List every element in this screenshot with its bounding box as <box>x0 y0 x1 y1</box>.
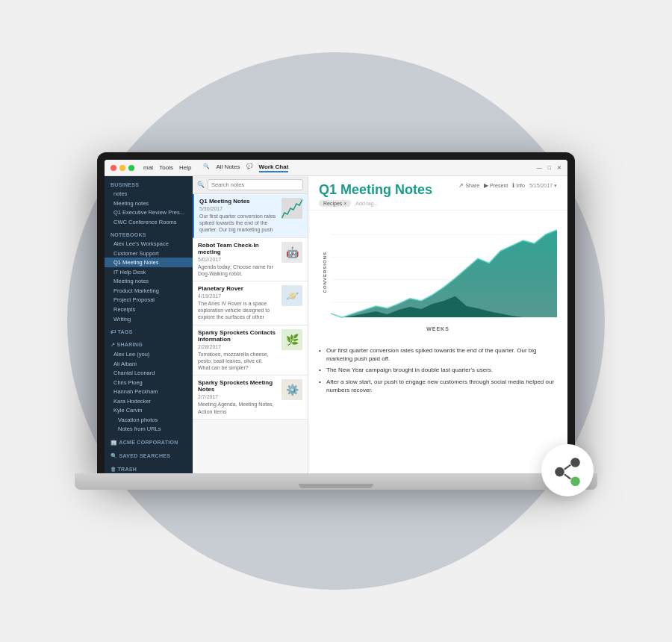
note-date-robot: 5/02/2017 <box>198 257 276 262</box>
sidebar-section-sharing: ↗ Sharing <box>105 339 193 349</box>
bullet-3: After a slow start, our push to engage n… <box>319 376 557 396</box>
note-preview-rover: The Aries IV Rover is a space exploratio… <box>198 300 276 321</box>
share-action[interactable]: ↗ Share <box>458 182 479 189</box>
note-preview-q1: Our first quarter conversion rates spike… <box>199 213 276 234</box>
chart-area: CONVERSIONS <box>319 218 557 326</box>
app-content: Business notes Meeting notes Q1 Executiv… <box>105 176 567 473</box>
sidebar-section-notebooks: Notebooks <box>105 229 193 239</box>
sidebar-section-trash: 🗑 Trash <box>105 464 193 473</box>
sidebar-item-alex-lee[interactable]: Alex Lee (you) <box>105 349 193 359</box>
sidebar-item-chris[interactable]: Chris Ploeg <box>105 378 193 387</box>
restore-icon[interactable]: □ <box>548 165 551 171</box>
chart-y-label: CONVERSIONS <box>323 252 327 293</box>
present-action[interactable]: ▶ Present <box>484 182 508 189</box>
info-icon: ℹ <box>512 182 514 189</box>
sidebar-item-meeting-notes-biz[interactable]: Meeting notes <box>105 199 193 208</box>
sidebar-item-kara[interactable]: Kara Hodecker <box>105 396 193 406</box>
note-thumb-contacts: 🌿 <box>281 329 302 350</box>
note-preview-mtg: Meeting Agenda, Meeting Notes, Action It… <box>198 401 276 414</box>
menu-help[interactable]: Help <box>179 164 191 171</box>
share-icon: ↗ <box>458 182 464 189</box>
search-bar: 🔍 <box>193 176 308 194</box>
sidebar-item-notes-urls[interactable]: Notes from URLs <box>105 424 193 434</box>
svg-point-8 <box>555 467 564 477</box>
sidebar: Business notes Meeting notes Q1 Executiv… <box>105 176 193 473</box>
menu-tools[interactable]: Tools <box>159 164 173 171</box>
maximize-button[interactable] <box>128 165 134 171</box>
note-date-display: 5/15/2017 ▾ <box>529 183 557 189</box>
sidebar-item-vacation[interactable]: Vacation photos <box>105 415 193 425</box>
chart-x-label: WEEKS <box>319 326 557 331</box>
tab-work-chat-label[interactable]: Work Chat <box>259 163 289 172</box>
close-icon[interactable]: ✕ <box>557 165 561 171</box>
svg-line-11 <box>564 474 570 479</box>
minimize-button[interactable] <box>119 165 125 171</box>
window-controls <box>111 165 134 171</box>
menu-bar: mat Tools Help <box>143 164 191 171</box>
note-title-q1: Q1 Meeting Notes <box>199 198 276 205</box>
note-meta-row: Recipes × Add tag... <box>319 200 557 207</box>
laptop-screen: mat Tools Help 🔍 All Notes 💬 Work Chat —… <box>97 152 575 473</box>
sidebar-item-cwc[interactable]: CWC Conference Rooms <box>105 217 193 227</box>
note-item-rover[interactable]: Planetary Rover 4/19/2017 The Aries IV R… <box>193 281 308 325</box>
svg-point-9 <box>570 476 580 486</box>
sidebar-item-notes[interactable]: notes <box>105 189 193 199</box>
note-item-robot[interactable]: Robot Team Check-In meeting 5/02/2017 Ag… <box>193 238 308 281</box>
sidebar-item-kyle[interactable]: Kyle Carvin <box>105 405 193 415</box>
note-item-meeting-notes[interactable]: Sparky Sprockets Meeting Notes 2/7/2017 … <box>193 375 308 419</box>
menu-mat[interactable]: mat <box>143 164 153 171</box>
search-input[interactable] <box>208 179 303 190</box>
present-icon: ▶ <box>484 182 488 189</box>
sidebar-item-hannah[interactable]: Hannah Peckham <box>105 387 193 396</box>
svg-point-7 <box>570 458 580 467</box>
note-thumb-q1 <box>281 198 302 219</box>
sidebar-section-tags: 🏷 Tags <box>105 326 193 336</box>
chart-y-label-wrapper: CONVERSIONS <box>319 218 331 326</box>
note-date-contacts: 2/28/2017 <box>198 344 276 349</box>
svg-line-10 <box>564 465 570 470</box>
search-icon: 🔍 <box>197 181 205 188</box>
note-title-robot: Robot Team Check-In meeting <box>198 242 276 255</box>
note-title-contacts: Sparky Sprockets Contacts Information <box>198 329 276 343</box>
sidebar-item-chantal[interactable]: Chantal Leonard <box>105 368 193 378</box>
bullet-1: Our first quarter conversion rates spike… <box>319 345 557 364</box>
note-thumb-rover: 🪐 <box>281 285 302 306</box>
note-editor-title: Q1 Meeting Notes <box>319 182 432 198</box>
info-action[interactable]: ℹ Info <box>512 182 525 189</box>
sidebar-item-alex-workspace[interactable]: Alex Lee's Workspace <box>105 239 193 249</box>
sidebar-item-meeting-notes[interactable]: Meeting notes <box>105 276 193 286</box>
minimize-icon[interactable]: — <box>537 165 542 171</box>
title-bar: mat Tools Help 🔍 All Notes 💬 Work Chat —… <box>105 160 567 176</box>
note-tag-recipes[interactable]: Recipes × <box>319 200 351 207</box>
note-thumb-mtg: ⚙️ <box>281 379 302 400</box>
note-date-rover: 4/19/2017 <box>198 293 276 299</box>
sidebar-item-q1-meeting-notes[interactable]: Q1 Meeting Notes <box>105 258 193 267</box>
note-preview-robot: Agenda today: Choose name for Dog-Walkin… <box>198 264 276 277</box>
notes-list-panel: 🔍 Q1 Meeting Notes 5/30/2017 Our first q… <box>193 176 308 473</box>
sidebar-item-product-marketing[interactable]: Product Marketing <box>105 286 193 296</box>
laptop-notch <box>299 484 373 488</box>
note-item-q1[interactable]: Q1 Meeting Notes 5/30/2017 Our first qua… <box>193 194 308 238</box>
add-tag-prompt[interactable]: Add tag... <box>355 201 378 206</box>
sidebar-item-customer-support[interactable]: Customer Support <box>105 249 193 258</box>
sidebar-item-it-help[interactable]: IT Help Desk <box>105 267 193 277</box>
note-date-mtg: 2/7/2017 <box>198 394 276 399</box>
sidebar-item-project-proposal[interactable]: Project Proposal <box>105 295 193 305</box>
share-icon-svg <box>552 455 583 486</box>
app-window: mat Tools Help 🔍 All Notes 💬 Work Chat —… <box>105 160 567 473</box>
close-button[interactable] <box>111 165 116 171</box>
sidebar-item-ali[interactable]: Ali Albani <box>105 359 193 369</box>
share-bubble[interactable] <box>541 444 594 496</box>
tab-bar: 🔍 All Notes 💬 Work Chat <box>203 163 288 172</box>
note-thumb-robot: 🤖 <box>281 242 302 263</box>
tab-all-notes-label[interactable]: All Notes <box>216 163 240 172</box>
note-item-contacts[interactable]: Sparky Sprockets Contacts Information 2/… <box>193 325 308 375</box>
sidebar-item-q1-exec[interactable]: Q1 Executive Review Pres... <box>105 208 193 217</box>
bullet-2: The New Year campaign brought in double … <box>319 364 557 375</box>
tab-work-chat-icon: 💬 <box>246 163 253 172</box>
sidebar-item-receipts[interactable]: Receipts <box>105 305 193 314</box>
tab-all-notes[interactable]: 🔍 <box>203 163 210 172</box>
sidebar-item-writing[interactable]: Writing <box>105 314 193 324</box>
note-action-bar: ↗ Share ▶ Present ℹ Info <box>458 182 557 189</box>
sidebar-section-acme: 🏢 Acme Corporation <box>105 437 193 447</box>
